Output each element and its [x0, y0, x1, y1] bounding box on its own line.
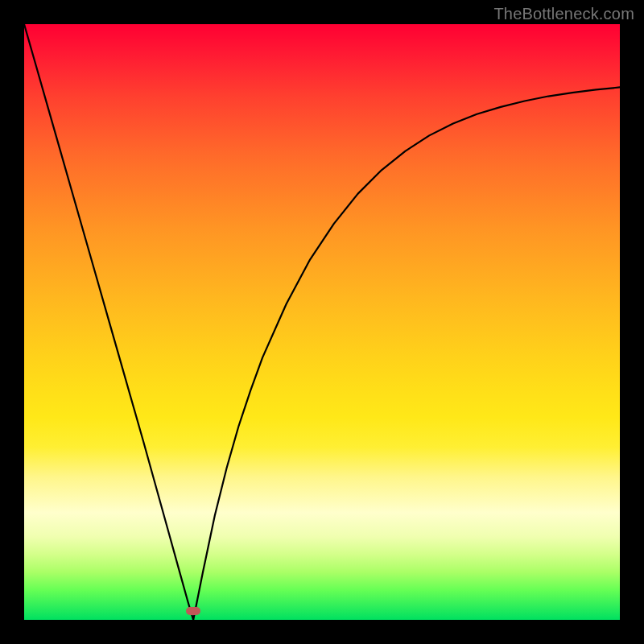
chart-frame: TheBottleneck.com	[0, 0, 644, 644]
watermark-text: TheBottleneck.com	[493, 5, 634, 23]
chart-curve	[24, 24, 620, 620]
chart-marker-dot	[186, 607, 200, 615]
chart-plot-area	[24, 24, 620, 620]
